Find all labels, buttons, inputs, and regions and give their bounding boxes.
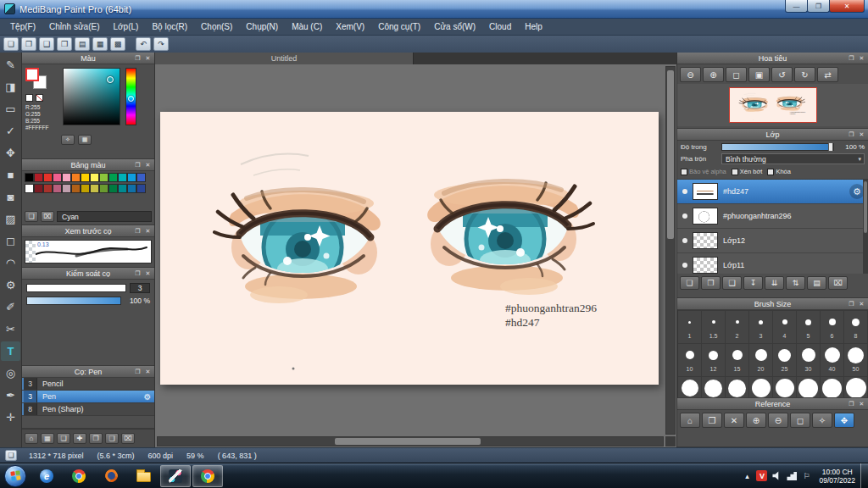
brush-size-cell[interactable]: 12 [702,344,725,376]
layer-option-checkbox[interactable]: Bảo vệ alpha [681,168,726,175]
checkbox-box[interactable] [681,169,687,175]
menu-item[interactable]: Help [518,19,549,35]
delete-palette-color-icon[interactable]: ⌧ [41,211,54,222]
palette-swatch[interactable] [127,173,136,182]
palette-swatch[interactable] [90,173,99,182]
brush-size-cell[interactable]: 5 [797,311,820,343]
palette-swatch[interactable] [99,173,108,182]
palette-swatch[interactable] [43,173,53,182]
panel-close-icon[interactable]: ✕ [858,400,865,408]
maximize-button[interactable]: ❐ [807,0,830,13]
layer-visibility-icon[interactable] [682,214,687,219]
bucket-tool-icon[interactable]: ◙ [1,187,20,207]
palette-swatch[interactable] [90,184,99,193]
panel-popout-icon[interactable]: ❐ [848,130,855,138]
panel-close-icon[interactable]: ✕ [144,54,152,62]
brush-size-cell[interactable] [797,377,820,398]
menu-item[interactable]: Màu (C) [285,19,329,35]
layer-visibility-icon[interactable] [682,238,687,243]
palette-swatch[interactable] [118,173,127,182]
brush-size-cell[interactable]: 3 [749,311,772,343]
brush-size-cell[interactable]: 8 [844,311,867,343]
menu-item[interactable]: Công cụ(T) [371,19,427,35]
brush-size-cell[interactable] [773,377,796,398]
minimize-button[interactable]: — [785,0,808,13]
ref-hand-icon[interactable]: ✥ [834,413,854,428]
vertical-scrollbar-thumb[interactable] [667,70,674,239]
brush-list-item[interactable]: 3 Pen ⚙ [22,391,154,403]
text-tool-icon[interactable]: T [1,341,20,361]
panel-popout-icon[interactable]: ❐ [848,300,855,308]
save-icon[interactable]: ❑ [39,37,54,51]
rotate-left-icon[interactable]: ↺ [771,67,793,82]
checkbox-box[interactable] [767,169,774,175]
brush-size-cell[interactable]: 30 [797,344,820,376]
color-grid-mini-icon[interactable]: ▦ [78,135,92,145]
panel-popout-icon[interactable]: ❐ [134,269,142,277]
palette-swatch[interactable] [62,184,71,193]
zoom-tool-icon[interactable]: ◎ [1,363,20,383]
brush-size-cell[interactable]: 20 [749,344,772,376]
brush-size-cell[interactable]: 6 [821,311,843,343]
taskbar-explorer-icon[interactable] [128,465,159,487]
pen-tool-icon[interactable]: ✎ [1,55,20,75]
palette-swatch[interactable] [34,173,43,182]
ref-fit-icon[interactable]: ◻ [790,413,810,428]
ref-home-icon[interactable]: ⌂ [680,413,700,428]
blend-mode-select[interactable]: Bình thường [721,153,865,164]
transfer-layer-icon[interactable]: ↧ [743,276,763,290]
layer-visibility-icon[interactable] [682,189,687,194]
delete-brush-icon[interactable]: ⌧ [121,433,135,444]
new-brush-icon[interactable]: ❏ [57,433,70,444]
rotate-right-icon[interactable]: ↻ [794,67,815,82]
snap-icon[interactable]: ▩ [110,37,125,51]
brush-size-cell[interactable]: 25 [773,344,796,376]
panel-popout-icon[interactable]: ❐ [134,54,142,62]
palette-swatch[interactable] [71,173,81,182]
open-canvas-icon[interactable]: ❐ [21,37,36,51]
add-layer-icon[interactable]: ❏ [680,276,699,290]
add-palette-color-icon[interactable]: ❏ [25,211,38,222]
start-button[interactable] [4,465,26,487]
palette-swatch[interactable] [43,184,53,193]
palette-swatch[interactable] [53,184,62,193]
panel-close-icon[interactable]: ✕ [858,54,865,62]
eraser-tool-icon[interactable]: ◨ [1,77,20,97]
ink-pen-tool-icon[interactable]: ✒ [1,385,20,405]
panel-popout-icon[interactable]: ❐ [848,54,855,62]
brush-folder-icon[interactable]: ❐ [89,433,103,444]
home-icon[interactable]: ⌂ [25,433,38,444]
actual-size-icon[interactable]: ▣ [748,67,770,82]
materials-icon[interactable]: ▤ [75,37,90,51]
palette-swatch[interactable] [99,184,108,193]
palette-swatch[interactable] [62,173,71,182]
show-desktop-button[interactable] [860,463,868,488]
brush-size-cell[interactable]: 10 [678,344,701,376]
menu-item[interactable]: Chọn(S) [194,19,239,35]
document-tab[interactable]: Untitled [155,53,414,64]
gradient-tool-icon[interactable]: ▨ [1,209,20,229]
palette-swatch[interactable] [108,173,118,182]
new-canvas-icon[interactable]: ❏ [3,37,19,51]
palette-swatch[interactable] [25,184,34,193]
brush-size-cell[interactable] [844,377,867,398]
brush-size-cell[interactable]: 2 [726,311,748,343]
menu-item[interactable]: Tệp(F) [3,19,42,35]
hidden-icons-icon[interactable]: ▴ [743,472,751,480]
brush-size-cell[interactable] [749,377,772,398]
layer-opacity-slider[interactable] [721,143,834,151]
layer-mask-icon[interactable]: ▤ [807,276,826,290]
ref-zoom-in-icon[interactable]: ⊕ [746,413,766,428]
redo-icon[interactable]: ↷ [153,37,169,51]
ref-open-icon[interactable]: ❐ [702,413,722,428]
menu-item[interactable]: Cửa sổ(W) [427,19,482,35]
operation-tool-icon[interactable]: ⚙ [1,275,20,295]
palette-swatch[interactable] [71,184,81,193]
horizontal-scrollbar-thumb[interactable] [335,438,481,445]
hue-slider[interactable] [125,68,136,125]
taskbar-chrome-window-icon[interactable] [192,465,223,487]
horizontal-scrollbar[interactable] [157,436,664,446]
panel-close-icon[interactable]: ✕ [858,300,865,308]
panel-popout-icon[interactable]: ❐ [848,400,855,408]
select-eraser-tool-icon[interactable]: ✂ [1,319,20,339]
